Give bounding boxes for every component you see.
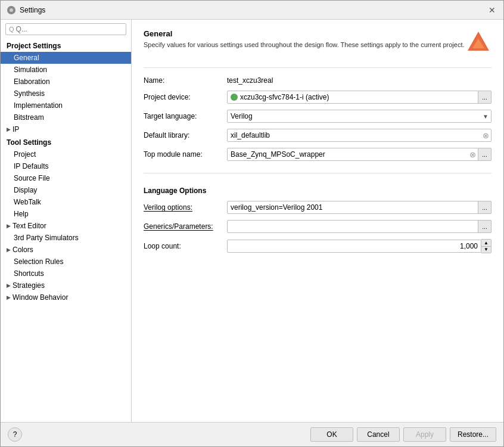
sidebar-item-text-editor[interactable]: ▶ Text Editor	[1, 220, 131, 232]
verilog-options-input[interactable]	[227, 201, 478, 214]
sidebar-item-source-file[interactable]: Source File	[1, 172, 131, 184]
settings-window-icon	[7, 5, 16, 15]
window-title: Settings	[20, 6, 45, 14]
sidebar-item-webtalk[interactable]: WebTalk	[1, 196, 131, 208]
panel-header-text: General Specify values for various setti…	[144, 29, 465, 57]
generics-browse-button[interactable]: ...	[478, 220, 491, 233]
default-library-input-wrapper: ⊗	[227, 129, 491, 142]
sidebar-item-display[interactable]: Display	[1, 184, 131, 196]
cancel-button[interactable]: Cancel	[357, 427, 400, 442]
generics-wrapper: ...	[227, 220, 491, 233]
sidebar-item-shortcuts[interactable]: Shortcuts	[1, 268, 131, 280]
ok-button[interactable]: OK	[310, 427, 353, 442]
top-module-input[interactable]	[227, 148, 478, 161]
verilog-options-browse-button[interactable]: ...	[478, 201, 491, 214]
verilog-options-label: Verilog options:	[144, 203, 227, 212]
device-active-icon	[231, 94, 238, 101]
name-label: Name:	[144, 76, 227, 85]
default-library-label: Default library:	[144, 131, 227, 139]
default-library-input[interactable]	[227, 129, 491, 142]
title-bar: Settings ✕	[1, 1, 503, 20]
sidebar-item-bitstream[interactable]: Bitstream	[1, 111, 131, 123]
top-module-input-wrapper: ⊗ ...	[227, 148, 491, 161]
footer-buttons: OK Cancel Apply Restore...	[310, 427, 496, 442]
panel-header-row: General Specify values for various setti…	[144, 29, 491, 57]
verilog-options-wrapper: ...	[227, 201, 491, 214]
settings-window: Settings ✕ Q Project Settings General Si…	[0, 0, 504, 447]
panel-description: Specify values for various settings used…	[144, 41, 465, 49]
project-settings-header: Project Settings	[1, 39, 131, 52]
svg-point-1	[10, 8, 13, 12]
help-button[interactable]: ?	[8, 427, 22, 442]
project-device-value: xczu3cg-sfvc784-1-i (active)	[240, 93, 329, 101]
panel-title: General	[144, 29, 465, 38]
search-box[interactable]: Q	[5, 23, 126, 35]
right-panel: General Specify values for various setti…	[132, 20, 503, 422]
sidebar-item-selection-rules[interactable]: Selection Rules	[1, 256, 131, 268]
generics-input[interactable]	[227, 220, 478, 233]
sidebar-item-synthesis[interactable]: Synthesis	[1, 88, 131, 100]
loop-count-wrapper: ▲ ▼	[227, 239, 491, 253]
sidebar-item-3rd-party[interactable]: 3rd Party Simulators	[1, 232, 131, 244]
text-editor-chevron-icon: ▶	[7, 223, 11, 229]
sidebar-item-implementation[interactable]: Implementation	[1, 100, 131, 111]
sidebar-item-general[interactable]: General	[1, 52, 131, 64]
top-module-browse-button[interactable]: ...	[478, 148, 491, 161]
loop-count-input[interactable]	[227, 240, 481, 253]
vivado-logo	[465, 29, 491, 55]
search-input[interactable]	[16, 25, 123, 33]
sidebar-item-colors[interactable]: ▶ Colors	[1, 244, 131, 256]
panel-divider	[144, 67, 491, 68]
close-button[interactable]: ✕	[487, 5, 497, 15]
generics-row: Generics/Parameters: ...	[144, 220, 491, 233]
top-module-inner: ⊗	[227, 148, 478, 161]
sidebar-item-strategies[interactable]: ▶ Strategies	[1, 280, 131, 291]
sidebar-item-elaboration[interactable]: Elaboration	[1, 76, 131, 88]
ip-chevron-icon: ▶	[7, 126, 11, 132]
language-options-divider	[144, 173, 491, 173]
tool-settings-header: Tool Settings	[1, 135, 131, 148]
loop-count-decrement-button[interactable]: ▼	[481, 246, 491, 253]
footer: ? OK Cancel Apply Restore...	[1, 422, 503, 446]
window-body: Q Project Settings General Simulation El…	[1, 20, 503, 446]
top-module-clear-icon[interactable]: ⊗	[469, 151, 476, 159]
colors-chevron-icon: ▶	[7, 247, 11, 253]
sidebar-item-window-behavior[interactable]: ▶ Window Behavior	[1, 291, 131, 303]
project-device-field: xczu3cg-sfvc784-1-i (active)	[227, 91, 478, 104]
sidebar-item-ip[interactable]: ▶ IP	[1, 123, 131, 135]
target-language-label: Target language:	[144, 112, 227, 120]
strategies-chevron-icon: ▶	[7, 283, 11, 288]
loop-count-spinners: ▲ ▼	[481, 239, 491, 253]
target-language-row: Target language: Verilog VHDL ▼	[144, 110, 491, 123]
loop-count-row: Loop count: ▲ ▼	[144, 239, 491, 253]
apply-button[interactable]: Apply	[403, 427, 446, 442]
name-row: Name: test_xczu3real	[144, 76, 491, 85]
top-module-label: Top module name:	[144, 150, 227, 159]
sidebar: Q Project Settings General Simulation El…	[1, 20, 132, 422]
project-device-browse-button[interactable]: ...	[478, 91, 491, 104]
sidebar-item-help[interactable]: Help	[1, 208, 131, 220]
project-device-row: Project device: xczu3cg-sfvc784-1-i (act…	[144, 91, 491, 104]
sidebar-item-project[interactable]: Project	[1, 148, 131, 160]
loop-count-increment-button[interactable]: ▲	[481, 240, 491, 246]
sidebar-item-simulation[interactable]: Simulation	[1, 64, 131, 76]
title-bar-left: Settings	[7, 5, 45, 15]
target-language-select[interactable]: Verilog VHDL	[227, 110, 491, 123]
verilog-options-row: Verilog options: ...	[144, 201, 491, 214]
window-behavior-chevron-icon: ▶	[7, 294, 11, 300]
language-options-header: Language Options	[144, 187, 491, 195]
name-value: test_xczu3real	[227, 76, 273, 85]
project-device-label: Project device:	[144, 93, 227, 101]
default-library-clear-icon[interactable]: ⊗	[483, 132, 489, 139]
sidebar-item-ip-defaults[interactable]: IP Defaults	[1, 160, 131, 172]
main-content: Q Project Settings General Simulation El…	[1, 20, 503, 422]
loop-count-label: Loop count:	[144, 242, 227, 250]
target-language-select-wrapper: Verilog VHDL ▼	[227, 110, 491, 123]
default-library-row: Default library: ⊗	[144, 129, 491, 142]
top-module-row: Top module name: ⊗ ...	[144, 148, 491, 161]
search-icon: Q	[9, 26, 14, 33]
restore-button[interactable]: Restore...	[450, 427, 496, 442]
generics-label: Generics/Parameters:	[144, 222, 227, 231]
